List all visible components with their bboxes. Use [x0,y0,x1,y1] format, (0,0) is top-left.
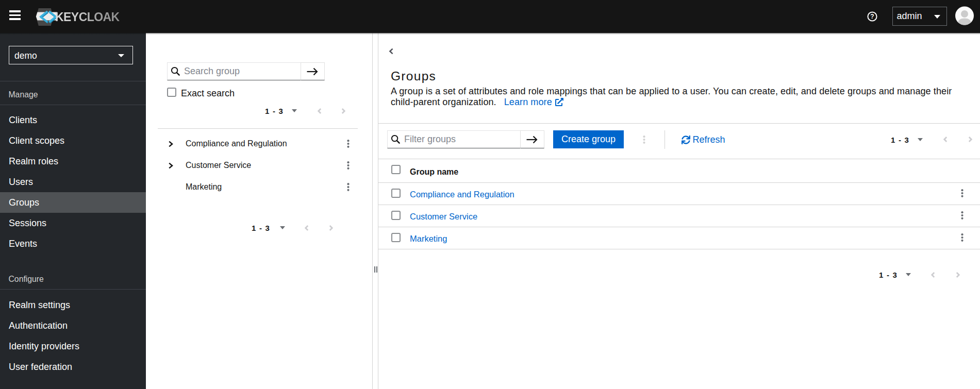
svg-text:?: ? [870,13,874,20]
